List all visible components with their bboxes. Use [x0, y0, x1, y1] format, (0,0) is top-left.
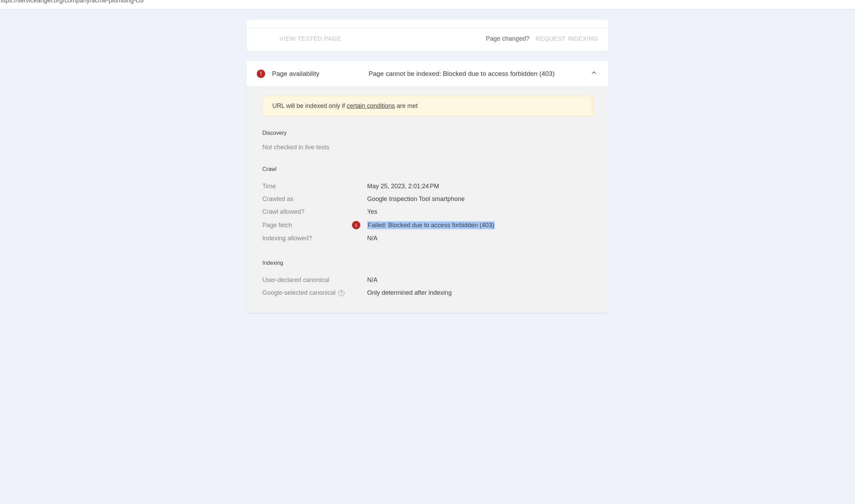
- crawl-row-time: Time May 25, 2023, 2:01:24 PM: [262, 180, 593, 193]
- crawl-section-title: Crawl: [262, 166, 593, 172]
- crawl-row-crawl-allowed: Crawl allowed? Yes: [262, 205, 593, 218]
- view-tested-page-button[interactable]: View tested page: [280, 36, 341, 42]
- url-text: https://serviceangel.org/company/acme-pl…: [0, 0, 144, 4]
- top-card: View tested page Page changed? Request i…: [247, 20, 608, 51]
- indexing-row-google-canonical: Google-selected canonical ? Only determi…: [262, 286, 593, 299]
- crawl-allowed-label: Crawl allowed?: [262, 208, 367, 215]
- help-icon[interactable]: ?: [338, 290, 344, 296]
- page-fetch-label: Page fetch: [262, 222, 352, 229]
- discovery-value: Not checked in live tests: [262, 144, 593, 151]
- page-availability-card: ! Page availability Page cannot be index…: [247, 61, 608, 313]
- page-fetch-value: Failed: Blocked due to access forbidden …: [367, 221, 495, 229]
- indexing-allowed-label: Indexing allowed?: [262, 235, 367, 242]
- error-icon: !: [352, 221, 360, 229]
- certain-conditions-link[interactable]: certain conditions: [346, 102, 395, 109]
- crawl-row-crawled-as: Crawled as Google Inspection Tool smartp…: [262, 193, 593, 205]
- google-canonical-value: Only determined after indexing: [367, 289, 452, 296]
- indexing-allowed-value: N/A: [367, 235, 378, 242]
- banner-prefix: URL will be indexed only if: [272, 102, 346, 109]
- google-canonical-label: Google-selected canonical: [262, 289, 335, 296]
- crawled-as-label: Crawled as: [262, 195, 367, 203]
- crawl-row-indexing-allowed: Indexing allowed? N/A: [262, 232, 593, 245]
- url-divider: [0, 9, 855, 9]
- url-bar: https://serviceangel.org/company/acme-pl…: [0, 0, 855, 9]
- page-changed-label: Page changed?: [486, 35, 529, 42]
- crawl-row-page-fetch: Page fetch ! Failed: Blocked due to acce…: [262, 218, 593, 232]
- page-availability-header[interactable]: ! Page availability Page cannot be index…: [247, 61, 608, 86]
- action-bar: View tested page Page changed? Request i…: [247, 28, 608, 51]
- crawled-as-value: Google Inspection Tool smartphone: [367, 195, 465, 203]
- page-availability-body: URL will be indexed only if certain cond…: [247, 86, 608, 313]
- banner-suffix: are met: [395, 102, 418, 109]
- page-availability-status: Page cannot be indexed: Blocked due to a…: [369, 70, 583, 78]
- page-availability-title: Page availability: [272, 70, 362, 78]
- indexing-conditions-banner: URL will be indexed only if certain cond…: [262, 96, 593, 116]
- crawl-time-value: May 25, 2023, 2:01:24 PM: [367, 183, 439, 190]
- indexing-row-user-canonical: User-declared canonical N/A: [262, 274, 593, 286]
- indexing-section-title: Indexing: [262, 260, 593, 266]
- user-canonical-value: N/A: [367, 276, 378, 284]
- request-indexing-button[interactable]: Request indexing: [535, 36, 598, 42]
- top-spacer: [247, 20, 608, 28]
- user-canonical-label: User-declared canonical: [262, 276, 367, 284]
- chevron-up-icon: [590, 69, 598, 79]
- error-icon: !: [257, 70, 265, 78]
- crawl-time-label: Time: [262, 183, 367, 190]
- crawl-allowed-value: Yes: [367, 208, 377, 215]
- discovery-section-title: Discovery: [262, 130, 593, 136]
